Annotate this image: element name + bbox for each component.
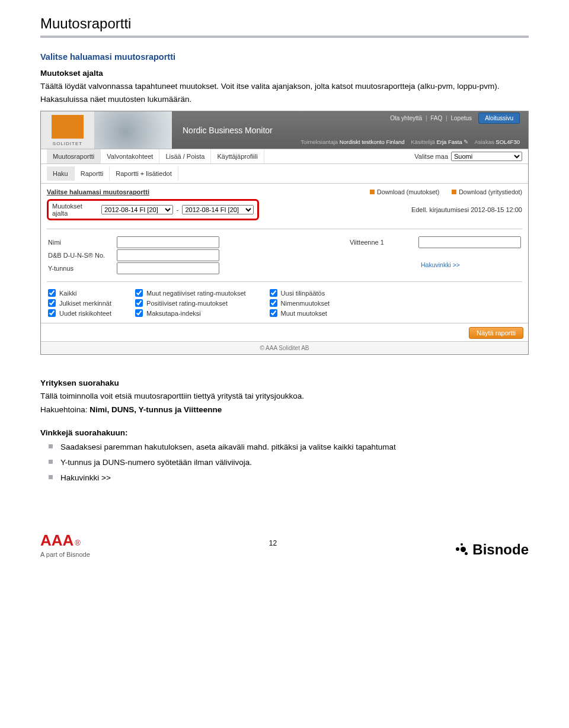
home-button[interactable]: Aloitussivu <box>478 113 520 124</box>
chk-muut[interactable] <box>270 309 277 317</box>
tip-item: Hakuvinkki >> <box>60 473 529 483</box>
section2-p2: Hakuehtoina: Nimi, DUNS, Y-tunnus ja Vii… <box>40 405 529 415</box>
subtab-raportti-lisatiedot[interactable]: Raportti + lisätiedot <box>110 166 178 181</box>
logo-text: SOLIDITET <box>53 141 82 146</box>
tips-heading: Vinkkejä suorahakuun: <box>40 428 529 437</box>
download-yritystiedot[interactable]: Download (yritystiedot) <box>452 188 522 195</box>
header-meta: Toimeksiantaja Nordiskt testkonto Finlan… <box>183 139 520 145</box>
label-nimi: Nimi <box>48 239 113 246</box>
page-footer: AAA® A part of Bisnode 12 Bisnode <box>40 531 529 558</box>
download-muutokset[interactable]: Download (muutokset) <box>370 188 439 195</box>
link-contact[interactable]: Ota yhteyttä <box>390 115 422 121</box>
page-number: 12 <box>269 539 277 547</box>
app-footer: © AAA Soliditet AB <box>41 341 528 354</box>
chk-kaikki[interactable] <box>48 289 56 297</box>
chk-nimen[interactable] <box>270 299 277 307</box>
main-navbar: Muutosraportti Valvontakohteet Lisää / P… <box>41 149 528 164</box>
range-from-select[interactable]: 2012-08-14 FI [20] <box>101 205 173 214</box>
aaa-logo-block: AAA® A part of Bisnode <box>40 531 90 558</box>
label-ytunnus: Y-tunnus <box>48 265 113 272</box>
section2-p1: Tällä toiminnolla voit etsiä muutosrapor… <box>40 391 529 402</box>
section2-heading: Yrityksen suorahaku <box>40 379 529 387</box>
subtab-haku[interactable]: Haku <box>47 166 75 181</box>
soliditet-logo <box>52 115 84 139</box>
app-title: Nordic Business Monitor <box>183 126 520 135</box>
chk-neg-rating[interactable] <box>135 289 143 297</box>
tab-kayttajaprofiili[interactable]: Käyttäjäprofiili <box>211 149 264 163</box>
last-login: Edell. kirjautumisesi 2012-08-15 12:00 <box>411 206 522 213</box>
header-right: Ota yhteyttä | FAQ | Lopetus Aloitussivu… <box>172 111 528 149</box>
bisnode-logo: Bisnode <box>456 541 529 558</box>
show-report-button[interactable]: Näytä raportti <box>469 327 523 339</box>
label-duns: D&B D-U-N-S® No. <box>48 252 113 259</box>
app-screenshot: SOLIDITET Ota yhteyttä | FAQ | Lopetus A… <box>40 111 529 355</box>
checkbox-grid: Kaikki Julkiset merkinnät Uudet riskikoh… <box>47 287 522 318</box>
aaa-logo: AAA® <box>40 531 81 550</box>
aaa-subtitle: A part of Bisnode <box>40 551 90 558</box>
chk-julkiset[interactable] <box>48 299 56 307</box>
chk-uudet-riski[interactable] <box>48 309 56 317</box>
date-range-highlight: Muutokset ajalta 2012-08-14 FI [20] - 20… <box>47 199 259 220</box>
intro-heading: Valitse haluamasi muutosraportti <box>40 52 529 62</box>
link-faq[interactable]: FAQ <box>430 115 442 121</box>
input-duns[interactable] <box>117 249 219 261</box>
input-ytunnus[interactable] <box>117 262 219 274</box>
link-logout[interactable]: Lopetus <box>450 115 472 121</box>
title-rule <box>40 36 529 38</box>
chk-tilinpaatos[interactable] <box>270 289 277 297</box>
subtab-raportti[interactable]: Raportti <box>75 166 110 181</box>
input-nimi[interactable] <box>117 236 219 248</box>
logo-block: SOLIDITET <box>41 111 95 149</box>
sub-navbar: Haku Raportti Raportti + lisätiedot <box>41 164 528 184</box>
label-viite: Viitteenne 1 <box>350 239 415 246</box>
intro-p2: Hakasuluissa näet muutosten lukumäärän. <box>40 94 529 105</box>
tips-list: Saadaksesi paremman hakutuloksen, aseta … <box>40 442 529 484</box>
hakuvinkki-link[interactable]: Hakuvinkki >> <box>421 261 521 268</box>
header-graphic <box>95 111 172 149</box>
range-to-select[interactable]: 2012-08-14 FI [20] <box>182 205 254 214</box>
page-title: Muutosraportti <box>40 15 529 32</box>
input-viite[interactable] <box>418 236 521 248</box>
download-icon <box>452 190 456 194</box>
tip-item: Saadaksesi paremman hakutuloksen, aseta … <box>60 442 529 453</box>
tab-muutosraportti[interactable]: Muutosraportti <box>47 149 101 163</box>
intro-subheading: Muutokset ajalta <box>40 69 529 78</box>
chk-maksutapa[interactable] <box>135 309 143 317</box>
country-label: Valitse maa <box>414 153 448 160</box>
country-select[interactable]: Suomi <box>451 152 522 161</box>
download-icon <box>370 190 375 194</box>
tab-lisaa-poista[interactable]: Lisää / Poista <box>159 149 211 163</box>
range-label: Muutokset ajalta <box>52 203 98 217</box>
chk-pos-rating[interactable] <box>135 299 143 307</box>
tab-valvontakohteet[interactable]: Valvontakohteet <box>101 149 159 163</box>
intro-p1: Täältä löydät valvonnassa tapahtuneet mu… <box>40 81 529 92</box>
app-header: SOLIDITET Ota yhteyttä | FAQ | Lopetus A… <box>41 111 528 149</box>
panel-title: Valitse haluamasi muutosraportti <box>47 188 149 195</box>
tip-item: Y-tunnus ja DUNS-numero syötetään ilman … <box>60 457 529 468</box>
bisnode-dots-icon <box>456 543 469 556</box>
